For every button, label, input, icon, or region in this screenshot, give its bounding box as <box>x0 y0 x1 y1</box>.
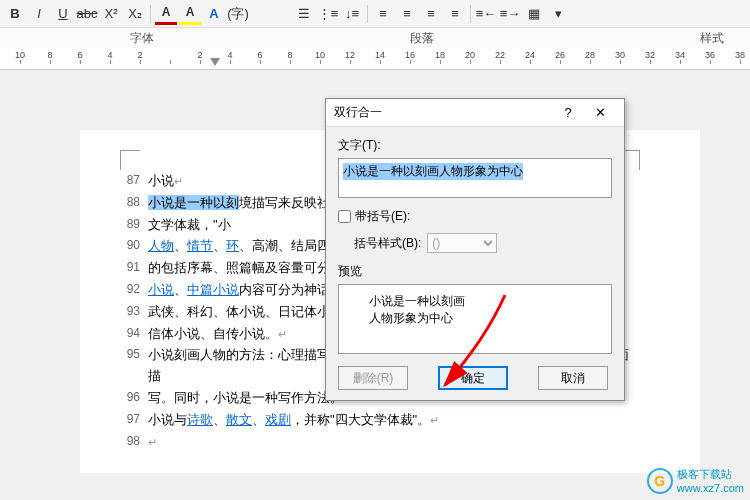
text-line[interactable]: 97小说与诗歌、散文、戏剧，并称"四大文学体裁"。↵ <box>120 410 640 431</box>
font-group-label: 字体 <box>130 30 154 47</box>
dialog-body: 文字(T): 小说是一种以刻画人物形象为中心 带括号(E): 括号样式(B): … <box>326 127 624 400</box>
align-left-button[interactable]: ≡ <box>372 3 394 25</box>
align-right-button[interactable]: ≡ <box>420 3 442 25</box>
line-number: 93 <box>120 302 148 323</box>
line-text: 小说与诗歌、散文、戏剧，并称"四大文学体裁"。↵ <box>148 410 640 431</box>
delete-button[interactable]: 删除(R) <box>338 366 408 390</box>
watermark: G 极客下载站 www.xz7.com <box>647 467 744 494</box>
bracket-style-label: 括号样式(B): <box>354 235 421 252</box>
brackets-checkbox[interactable] <box>338 210 351 223</box>
line-number: 96 <box>120 388 148 409</box>
preview-label: 预览 <box>338 263 612 280</box>
borders-button[interactable]: ▦ <box>523 3 545 25</box>
text-input[interactable]: 小说是一种以刻画人物形象为中心 <box>338 158 612 198</box>
strikethrough-button[interactable]: abc <box>76 3 98 25</box>
line-text: ↵ <box>148 432 640 453</box>
dialog-title: 双行合一 <box>334 104 552 121</box>
line-number: 91 <box>120 258 148 279</box>
increase-indent-button[interactable]: ≡→ <box>499 3 521 25</box>
align-center-button[interactable]: ≡ <box>396 3 418 25</box>
help-button[interactable]: ? <box>552 102 584 124</box>
text-line[interactable]: 98↵ <box>120 432 640 453</box>
subscript-button[interactable]: X₂ <box>124 3 146 25</box>
watermark-name: 极客下载站 <box>677 467 744 482</box>
preview-line2: 人物形象为中心 <box>369 310 581 327</box>
justify-button[interactable]: ≡ <box>444 3 466 25</box>
dropdown-icon[interactable]: ▾ <box>547 3 569 25</box>
cancel-button[interactable]: 取消 <box>538 366 608 390</box>
multilevel-list-button[interactable]: ↓≡ <box>341 3 363 25</box>
watermark-url: www.xz7.com <box>677 482 744 494</box>
line-number: 98 <box>120 432 148 453</box>
text-effects-button[interactable]: A <box>203 3 225 25</box>
preview-line1: 小说是一种以刻画 <box>369 293 581 310</box>
margin-corner-tl <box>120 150 140 170</box>
close-button[interactable]: ✕ <box>584 102 616 124</box>
indent-marker-icon[interactable] <box>210 58 220 68</box>
line-number: 89 <box>120 215 148 236</box>
line-number: 87 <box>120 171 148 192</box>
separator <box>367 5 368 23</box>
line-number: 94 <box>120 324 148 345</box>
svg-marker-0 <box>210 58 220 66</box>
preview-box: 小说是一种以刻画 人物形象为中心 <box>338 284 612 354</box>
ok-button[interactable]: 确定 <box>438 366 508 390</box>
underline-button[interactable]: U <box>52 3 74 25</box>
paragraph-group-label: 段落 <box>410 30 434 47</box>
ribbon-group-labels: 字体 段落 样式 <box>0 28 750 48</box>
dialog-titlebar[interactable]: 双行合一 ? ✕ <box>326 99 624 127</box>
numbered-list-button[interactable]: ⋮≡ <box>317 3 339 25</box>
highlight-button[interactable]: A <box>179 3 201 25</box>
brackets-label: 带括号(E): <box>355 208 410 225</box>
text-field-label: 文字(T): <box>338 137 612 154</box>
separator <box>470 5 471 23</box>
bullet-list-button[interactable]: ☰ <box>293 3 315 25</box>
line-number: 90 <box>120 236 148 257</box>
separator <box>150 5 151 23</box>
font-color-button[interactable]: A <box>155 3 177 25</box>
watermark-logo-icon: G <box>647 468 673 494</box>
styles-group-label: 样式 <box>700 30 724 47</box>
line-number: 95 <box>120 345 148 387</box>
line-number: 88 <box>120 193 148 214</box>
line-number: 97 <box>120 410 148 431</box>
horizontal-ruler[interactable]: 1086422468101214161820222426283032343638 <box>0 48 750 70</box>
decrease-indent-button[interactable]: ≡← <box>475 3 497 25</box>
bracket-style-select[interactable]: () <box>427 233 497 253</box>
ribbon-toolbar: B I U abc X² X₂ A A A (字) ☰ ⋮≡ ↓≡ ≡ ≡ ≡ … <box>0 0 750 28</box>
italic-button[interactable]: I <box>28 3 50 25</box>
bold-button[interactable]: B <box>4 3 26 25</box>
text-input-value: 小说是一种以刻画人物形象为中心 <box>343 163 523 180</box>
two-lines-in-one-dialog: 双行合一 ? ✕ 文字(T): 小说是一种以刻画人物形象为中心 带括号(E): … <box>325 98 625 401</box>
superscript-button[interactable]: X² <box>100 3 122 25</box>
enclose-char-button[interactable]: (字) <box>227 3 249 25</box>
line-number: 92 <box>120 280 148 301</box>
